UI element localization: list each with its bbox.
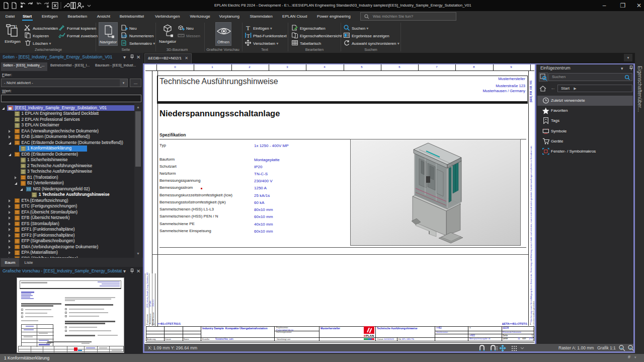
- svg-text:123: 123: [121, 34, 127, 38]
- svg-text:T: T: [247, 33, 250, 39]
- svg-text:1: 1: [15, 24, 18, 29]
- svg-text:T: T: [246, 25, 250, 31]
